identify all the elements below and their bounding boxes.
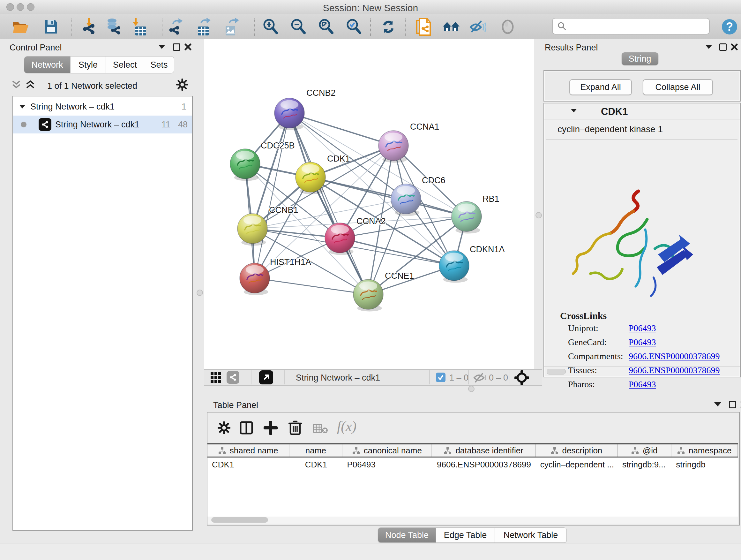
export-image-button[interactable]: [223, 18, 241, 36]
protein-structure-image: [571, 182, 699, 306]
tab-sets[interactable]: Sets: [144, 56, 174, 73]
tab-network[interactable]: Network: [24, 56, 71, 73]
gene-collapse-icon[interactable]: [571, 109, 577, 112]
import-network-from-database-button[interactable]: [104, 18, 122, 36]
help-button[interactable]: ?: [721, 18, 738, 36]
right-divider-handle[interactable]: [536, 212, 542, 219]
tab-node-table[interactable]: Node Table: [378, 527, 436, 543]
table-panel-float-icon[interactable]: [729, 401, 736, 408]
column-header-namespace[interactable]: namespace: [671, 444, 738, 456]
table-cell[interactable]: CDK1: [289, 457, 342, 472]
network-node-HIST1H1A[interactable]: HIST1H1A: [240, 257, 311, 295]
column-type-icon: [631, 447, 639, 454]
network-node-CDC25B[interactable]: CDC25B: [230, 141, 295, 181]
table-cell[interactable]: stringdb:9...: [618, 457, 671, 472]
create-column-plus-icon[interactable]: [264, 421, 278, 435]
tab-select[interactable]: Select: [106, 56, 144, 73]
bottom-divider-handle[interactable]: [468, 386, 475, 392]
expand-all-button[interactable]: Expand All: [569, 79, 632, 95]
crosslink-value-link[interactable]: 9606.ENSP00000378699: [629, 351, 720, 361]
collapse-all-button[interactable]: Collapse All: [643, 79, 713, 95]
tab-network-table[interactable]: Network Table: [495, 527, 567, 543]
network-collection-row[interactable]: String Network – cdk1 1: [13, 98, 192, 116]
grid-view-icon[interactable]: [211, 372, 221, 383]
zoom-out-button[interactable]: [289, 18, 307, 36]
search-input[interactable]: [567, 21, 705, 32]
column-header--id[interactable]: @id: [618, 444, 671, 456]
table-h-scrollbar-thumb[interactable]: [211, 517, 268, 523]
table-cell[interactable]: CDK1: [207, 457, 289, 472]
table-row[interactable]: CDK1CDK1P064939606.ENSP00000378699cyclin…: [207, 457, 738, 472]
network-canvas[interactable]: CCNB2CCNA1CDC25BCDK1CDC6RB1CCNB1CCNA2CDK…: [204, 39, 534, 369]
column-header-description[interactable]: description: [536, 444, 618, 456]
network-node-CDK1[interactable]: CDK1: [295, 154, 350, 194]
tab-string[interactable]: String: [622, 52, 658, 65]
control-panel-float-icon[interactable]: [173, 44, 180, 51]
export-table-button[interactable]: [195, 18, 213, 36]
string-home-button[interactable]: [442, 18, 460, 36]
results-panel-float-icon[interactable]: [719, 44, 727, 51]
show-graphics-details-button[interactable]: [499, 18, 517, 36]
table-panel-menu-icon[interactable]: [714, 402, 721, 407]
table-cell[interactable]: P06493: [342, 457, 432, 472]
open-session-button[interactable]: [12, 18, 30, 36]
results-panel-close-icon[interactable]: [731, 44, 738, 51]
network-node-CDKN1A[interactable]: CDKN1A: [439, 245, 505, 283]
table-cell[interactable]: stringdb: [671, 457, 738, 472]
results-panel-menu-icon[interactable]: [705, 45, 712, 49]
column-header-shared-name[interactable]: shared name: [207, 444, 289, 456]
crosslink-row: Compartments:9606.ENSP00000378699: [568, 351, 734, 361]
delete-column-trash-icon[interactable]: [288, 420, 302, 435]
network-node-CCNE1[interactable]: CCNE1: [353, 271, 414, 312]
network-options-gear-icon[interactable]: [176, 78, 188, 91]
control-panel-close-icon[interactable]: [185, 44, 192, 51]
network-edge[interactable]: [289, 113, 394, 145]
delete-table-icon: [313, 424, 328, 434]
results-scrollbar[interactable]: [544, 367, 740, 376]
tab-style[interactable]: Style: [71, 56, 106, 73]
export-network-button[interactable]: [167, 18, 185, 36]
node-count: 11: [161, 120, 171, 130]
node-label: CCNA1: [410, 122, 440, 132]
column-header-name[interactable]: name: [289, 444, 342, 456]
network-node-CCNB2[interactable]: CCNB2: [274, 88, 336, 130]
column-header-database-identifier[interactable]: database identifier: [432, 444, 536, 456]
network-node-RB1[interactable]: RB1: [452, 194, 499, 234]
network-node-CCNA1[interactable]: CCNA1: [379, 122, 440, 163]
crosslink-value-link[interactable]: P06493: [629, 379, 656, 389]
column-header-canonical-name[interactable]: canonical name: [342, 444, 432, 456]
birds-eye-view-icon[interactable]: [259, 370, 273, 384]
results-scrollbar-thumb[interactable]: [547, 369, 566, 374]
hide-unhide-button[interactable]: [468, 18, 486, 36]
network-edge[interactable]: [255, 278, 368, 294]
table-cell[interactable]: 9606.ENSP00000378699: [432, 457, 536, 472]
gene-name: CDK1: [601, 106, 628, 118]
collection-expand-icon[interactable]: [19, 105, 25, 108]
column-header-label: canonical name: [364, 446, 422, 455]
tab-edge-table[interactable]: Edge Table: [436, 527, 495, 543]
crosslink-value-link[interactable]: P06493: [629, 337, 656, 348]
zoom-fit-button[interactable]: [317, 18, 335, 36]
import-table-button[interactable]: [130, 18, 148, 36]
control-panel-menu-icon[interactable]: [158, 45, 165, 49]
show-column-panel-icon[interactable]: [239, 421, 253, 435]
selected-checkbox-icon[interactable]: [436, 373, 446, 382]
network-edge[interactable]: [289, 113, 368, 294]
network-node-CDC6[interactable]: CDC6: [391, 176, 446, 216]
table-cell[interactable]: cyclin–dependent ...: [536, 457, 618, 472]
crosslink-value-link[interactable]: P06493: [629, 323, 656, 333]
zoom-in-button[interactable]: [262, 18, 280, 36]
table-options-gear-icon[interactable]: [218, 422, 230, 434]
network-style-icon[interactable]: [226, 371, 239, 384]
network-edge[interactable]: [255, 113, 289, 278]
network-row[interactable]: String Network – cdk1 11 48: [13, 116, 192, 133]
save-session-button[interactable]: [42, 18, 60, 36]
fit-content-crosshair-icon[interactable]: [515, 370, 529, 385]
import-network-button[interactable]: [80, 18, 98, 36]
string-protein-query-button[interactable]: [414, 18, 432, 36]
zoom-selected-button[interactable]: [345, 18, 363, 36]
left-divider-handle[interactable]: [197, 290, 203, 296]
table-h-scrollbar[interactable]: [207, 516, 738, 523]
gene-section-header[interactable]: CDK1: [544, 104, 740, 119]
refresh-button[interactable]: [380, 18, 397, 36]
